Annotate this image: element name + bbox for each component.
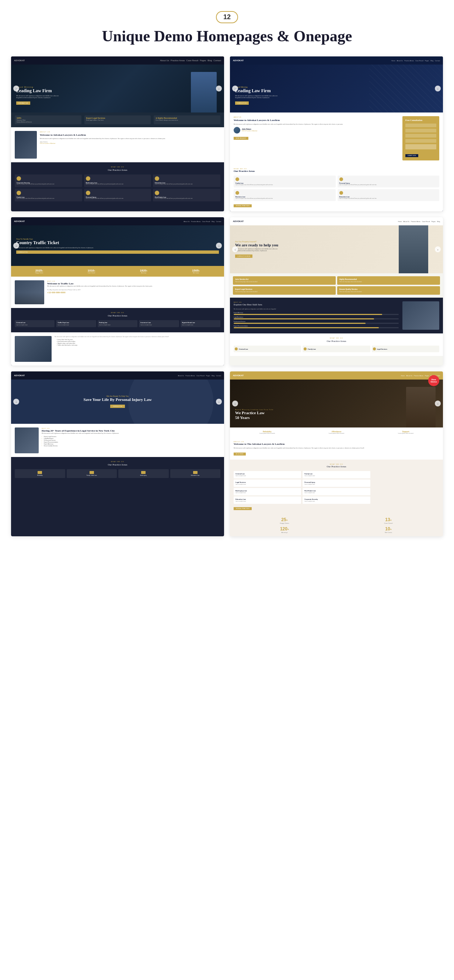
demo1-stat-2: Expert Legal Services Real legal affairs… xyxy=(84,115,151,124)
practice-item: Legal Services xyxy=(372,345,439,352)
demo5-nav-links: About Us Practice Areas Case Result Page… xyxy=(178,375,221,377)
demo3-nav: ADVOKAT About Us Practice Areas Case Res… xyxy=(11,217,224,225)
demo6-practice-right: Family Law Law is complex issue Personal… xyxy=(303,471,370,504)
list-item: Ensure Quality Services xyxy=(42,445,221,447)
practice-item: Traffic Dept Law Law is a complex issue xyxy=(56,320,96,327)
practice-item: Education Law Law is a complex issue tha… xyxy=(153,175,221,187)
demo-card-4[interactable]: ADVOKAT Home About Us Practice Areas Cas… xyxy=(230,217,443,366)
demo2-practice-btn[interactable]: VIEW ALL PRACTICES xyxy=(233,204,252,207)
demo3-logo: ADVOKAT xyxy=(14,220,25,223)
demo-card-6[interactable]: New Demo ADVOKAT Home About Us Practice … xyxy=(230,371,443,536)
demo-card-2[interactable]: ADVOKAT Home About Us Practice Areas Cas… xyxy=(230,56,443,212)
counter-item: 13+ Case Closed xyxy=(338,517,439,524)
demo4-practice-grid: Criminal Law Family Law Legal Services xyxy=(233,345,439,352)
demo1-hero-body: We denounce with righteous indignation a… xyxy=(16,95,60,99)
demo4-nav-arrow-right[interactable]: › xyxy=(435,247,441,252)
demo3-hero-btn[interactable]: CONTACT US xyxy=(16,250,219,254)
practice-item: Business Law Law is a complex issue that… xyxy=(233,189,336,201)
demo6-hero: Award Winning Leading Law Firm Title We … xyxy=(230,380,443,428)
demo6-nav-arrow-left[interactable]: ‹ xyxy=(232,401,238,406)
list-item: Expert Legal Services xyxy=(42,436,221,438)
demo4-skills: WHY US Explore Our Best Skill Sets We de… xyxy=(230,298,443,333)
demo2-consult-btn[interactable]: SEND REQUEST xyxy=(233,137,248,140)
demo2-hero-text: Award Winning Leading Law Firm We denoun… xyxy=(230,82,284,109)
practice-item: Family Law Law is a complex issue that w… xyxy=(233,175,336,188)
demo5-about-text: WHY US Having 20+ Years of Experience in… xyxy=(42,428,221,453)
demo3-counters: 2025+ Happy Clients 1010+ Case Closed 18… xyxy=(11,266,224,277)
demo3-nav-arrow-right[interactable]: › xyxy=(216,243,222,248)
demo3-arrest-text: We denounce with righteous indignation a… xyxy=(54,336,221,362)
demo5-about-img xyxy=(15,428,39,453)
demo4-nav-arrow-left[interactable]: ‹ xyxy=(232,247,238,252)
badge-number: 12 xyxy=(216,11,238,23)
demo1-stat-1: 100% Success Rate Graduse Atisfatora wil… xyxy=(15,115,81,124)
demo1-hero-btn[interactable]: CONTACT US xyxy=(16,102,30,105)
demo3-practice: WHAT WE DO Our Practice Areas Criminal L… xyxy=(11,308,224,332)
list-item: Legal Assistance xyxy=(42,438,221,439)
skill-bar: Legal Assistance xyxy=(233,317,399,320)
demo1-practice: WHAT WE DO Our Practice Areas Corporate … xyxy=(11,162,224,205)
practice-item: Bankruptcy Law Law is complex issue xyxy=(233,488,301,495)
demo4-hero-body: We denounce with righteous indignation a… xyxy=(235,248,283,251)
practice-item: Family Law xyxy=(303,345,370,352)
practice-item: Personal Injury Law is a complex issue t… xyxy=(84,189,151,201)
demo3-nav-arrow-left[interactable]: ‹ xyxy=(13,243,19,248)
practice-item: Bankruptcy Law Law is a complex issue th… xyxy=(84,175,151,187)
practice-item: Education Law Law is complex issue xyxy=(233,496,301,504)
list-item: Professional Service xyxy=(42,440,221,441)
demo6-practice-grid: Criminal Law Law is complex issue Legal … xyxy=(233,471,439,504)
demo2-nav-arrow-right[interactable]: › xyxy=(435,86,441,91)
feature-item: Ensure Quality Service There are many wa… xyxy=(337,286,440,295)
demo2-logo: ADVOKAT xyxy=(233,59,244,62)
practice-item: Personal Injury Law is complex issue xyxy=(303,479,370,487)
demo-card-5[interactable]: ADVOKAT About Us Practice Areas Case Res… xyxy=(11,371,224,536)
demo5-hero-btn[interactable]: CONTACT US xyxy=(110,405,125,408)
demo3-about-text: WHY US Welcome to Traffic Law We denounc… xyxy=(47,280,221,304)
skill-bar: Professional Service xyxy=(233,321,399,324)
demo5-nav-arrow-right[interactable]: › xyxy=(216,399,222,405)
demo2-hero-title: Leading Law Firm xyxy=(235,88,279,94)
practice-item: Reliability xyxy=(15,469,65,478)
demo4-hero-person xyxy=(399,225,428,273)
demo1-nav-arrow-right[interactable]: › xyxy=(216,86,222,91)
demo6-practice: WHAT WE DO Our Practice Areas Criminal L… xyxy=(230,460,443,514)
page-header: 12 Unique Demo Homepages & Onepage xyxy=(0,0,454,53)
demo-card-3[interactable]: ADVOKAT About Us Practice Areas Case Res… xyxy=(11,217,224,366)
demo6-read-more-btn[interactable]: READ MORE xyxy=(233,453,246,455)
counter-item: 120+ Attorneys xyxy=(233,526,335,533)
demo6-practice-left: Criminal Law Law is complex issue Legal … xyxy=(233,471,301,504)
counter-item: 1820+ Attorneys xyxy=(119,269,169,274)
demo3-practice-row: Criminal Law Law is a complex issue Traf… xyxy=(15,320,221,327)
demo2-content: ABOUT US Welcome to Advokat Lawyers & La… xyxy=(230,113,443,164)
demo6-counters: 25+ Happy Clients 13+ Case Closed 120+ A… xyxy=(230,514,443,536)
demo1-hero-person xyxy=(191,72,217,113)
demo4-hero-btn[interactable]: CONTACT US NOW xyxy=(235,255,252,258)
demo6-practice-btn[interactable]: VIEW ALL PRACTICES xyxy=(233,507,252,510)
demo1-about: ABOUT US Welcome to Advokat Lawyers & La… xyxy=(11,127,224,162)
demo5-practice: WHAT WE DO Our Practice Areas Reliabilit… xyxy=(11,457,224,483)
demo-card-1[interactable]: ADVOKAT About Us Practice Areas Case Res… xyxy=(11,56,224,212)
demo2-hero-btn[interactable]: CONTACT US xyxy=(235,102,249,105)
demo4-practice: WHAT WE DO Our Practice Areas Criminal L… xyxy=(230,333,443,356)
demo2-nav-arrow-left[interactable]: ‹ xyxy=(232,86,238,91)
feature-item: Expert Legal Services There are many way… xyxy=(233,286,336,295)
demo4-features: Juris Service Act There are many ways a … xyxy=(230,273,443,298)
practice-item: Education Law Law is a complex issue tha… xyxy=(338,189,440,201)
demos-grid: ADVOKAT About Us Practice Areas Case Res… xyxy=(0,53,454,547)
demo1-nav-arrow-left[interactable]: ‹ xyxy=(13,86,19,91)
demo4-nav: ADVOKAT Home About Us Practice Areas Cas… xyxy=(230,217,443,225)
demo5-hero: We Are Ready To Help You Save Your Life … xyxy=(11,380,224,424)
demo6-logo: ADVOKAT xyxy=(233,374,244,377)
demo2-nav-links: Home About Us Practice Areas Case Result… xyxy=(391,60,440,62)
demo2-hero-body: We denounce with righteous indignation a… xyxy=(235,95,279,99)
feature-item: Juris Service Act There are many ways a … xyxy=(233,276,336,285)
demo4-nav-links: Home About Us Practice Areas Case Result… xyxy=(398,221,440,223)
demo5-logo: ADVOKAT xyxy=(14,374,25,377)
practice-item: Legal Services Law is complex issue xyxy=(233,479,301,487)
practice-item: Insurance Law Law is a complex issue xyxy=(139,320,179,327)
new-badge-new: New xyxy=(432,379,436,381)
demo2-practice: WHAT WE DO Our Practice Areas Family Law… xyxy=(230,164,443,212)
demo6-counters-grid: 25+ Happy Clients 13+ Case Closed 120+ A… xyxy=(233,517,439,533)
demo5-nav-arrow-left[interactable]: ‹ xyxy=(13,399,19,405)
demo6-nav-arrow-right[interactable]: › xyxy=(435,401,441,406)
